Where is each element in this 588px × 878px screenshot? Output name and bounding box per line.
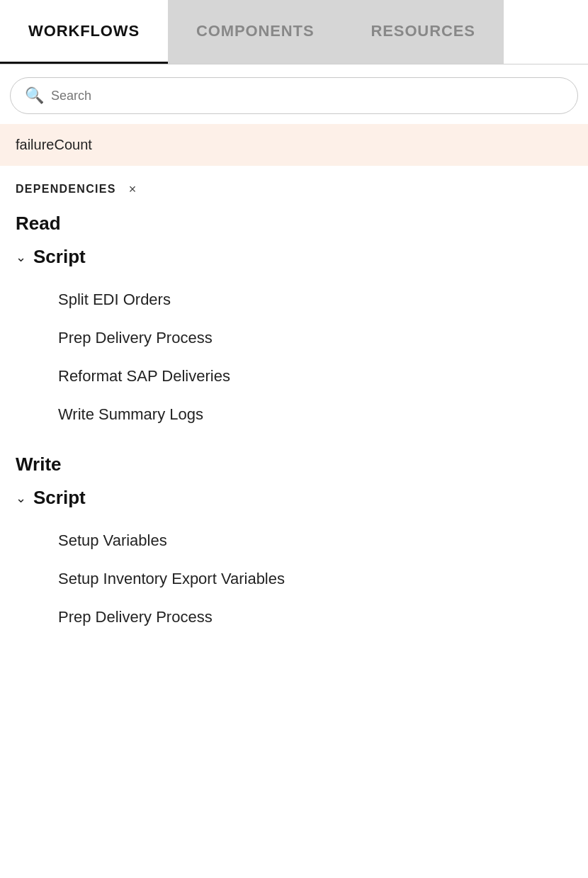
tabs-bar: WORKFLOWS COMPONENTS RESOURCES (0, 0, 588, 64)
write-section-title: Write (16, 454, 572, 475)
search-input[interactable] (51, 89, 563, 103)
highlighted-item[interactable]: failureCount (0, 124, 588, 166)
list-item[interactable]: Write Summary Logs (58, 395, 572, 434)
dependencies-label: DEPENDENCIES (16, 183, 116, 196)
chevron-down-icon: ⌄ (16, 249, 26, 265)
read-section-title: Read (16, 213, 572, 235)
search-box: 🔍 (10, 77, 578, 114)
dependencies-header: DEPENDENCIES × (16, 183, 572, 196)
write-section: Write ⌄ Script Setup Variables Setup Inv… (16, 454, 572, 636)
main-content: DEPENDENCIES × Read ⌄ Script Split EDI O… (0, 166, 588, 636)
write-script-header[interactable]: ⌄ Script (16, 487, 572, 509)
write-script-group: ⌄ Script Setup Variables Setup Inventory… (16, 487, 572, 636)
read-script-header[interactable]: ⌄ Script (16, 246, 572, 268)
list-item[interactable]: Split EDI Orders (58, 281, 572, 319)
tab-workflows[interactable]: WORKFLOWS (0, 0, 168, 64)
read-section: Read ⌄ Script Split EDI Orders Prep Deli… (16, 213, 572, 434)
list-item[interactable]: Reformat SAP Deliveries (58, 357, 572, 395)
list-item[interactable]: Setup Variables (58, 522, 572, 560)
list-item[interactable]: Prep Delivery Process (58, 598, 572, 636)
write-script-label: Script (33, 487, 86, 509)
tab-resources[interactable]: RESOURCES (343, 0, 504, 64)
chevron-down-icon: ⌄ (16, 490, 26, 506)
write-script-items: Setup Variables Setup Inventory Export V… (16, 522, 572, 636)
list-item[interactable]: Setup Inventory Export Variables (58, 560, 572, 598)
search-icon: 🔍 (25, 86, 44, 105)
read-script-group: ⌄ Script Split EDI Orders Prep Delivery … (16, 246, 572, 434)
close-icon[interactable]: × (129, 183, 137, 196)
search-container: 🔍 (0, 64, 588, 124)
tab-components[interactable]: COMPONENTS (168, 0, 342, 64)
list-item[interactable]: Prep Delivery Process (58, 319, 572, 357)
read-script-label: Script (33, 246, 86, 268)
read-script-items: Split EDI Orders Prep Delivery Process R… (16, 281, 572, 434)
